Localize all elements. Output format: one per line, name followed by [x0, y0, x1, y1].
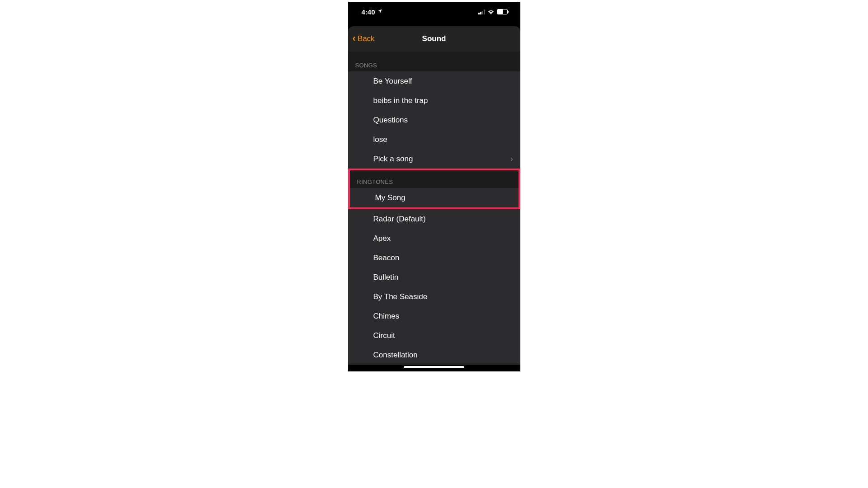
ringtone-label: Bulletin [373, 273, 399, 282]
ringtone-item[interactable]: Circuit [348, 326, 520, 345]
ringtone-label: Apex [373, 234, 391, 243]
phone-screen: 4:40 ‹ Back S [348, 2, 520, 371]
ringtone-my-song[interactable]: My Song [350, 188, 519, 207]
ringtone-label: My Song [375, 193, 406, 202]
page-title: Sound [422, 34, 446, 43]
home-indicator[interactable] [404, 366, 464, 368]
chevron-left-icon: ‹ [353, 33, 356, 44]
ringtone-label: By The Seaside [373, 292, 428, 301]
ringtone-item[interactable]: Bulletin [348, 267, 520, 287]
pick-a-song[interactable]: Pick a song › [348, 149, 520, 169]
wifi-icon [487, 8, 495, 16]
highlight-annotation: Ringtones My Song [348, 169, 520, 209]
ringtone-item[interactable]: Beacon [348, 248, 520, 267]
location-icon [377, 9, 382, 15]
ringtone-item[interactable]: Chimes [348, 306, 520, 326]
song-label: lose [373, 135, 387, 144]
chevron-right-icon: › [510, 155, 513, 163]
song-item[interactable]: beibs in the trap [348, 91, 520, 110]
ringtone-label: Circuit [373, 331, 395, 340]
song-label: Be Yourself [373, 77, 412, 86]
back-button[interactable]: ‹ Back [353, 33, 375, 44]
status-bar: 4:40 [348, 2, 520, 22]
songs-header: Songs [348, 52, 520, 71]
song-item[interactable]: lose [348, 130, 520, 149]
ringtone-item[interactable]: Constellation [348, 345, 520, 365]
songs-list: Be Yourself beibs in the trap Questions … [348, 71, 520, 169]
content: Songs Be Yourself beibs in the trap Ques… [348, 52, 520, 365]
cellular-signal-icon [478, 9, 485, 14]
status-left: 4:40 [362, 8, 382, 16]
status-right [478, 8, 508, 16]
song-label: Pick a song [373, 155, 413, 164]
ringtones-list: Radar (Default) Apex Beacon Bulletin By … [348, 209, 520, 365]
status-time: 4:40 [362, 8, 375, 16]
ringtone-label: Radar (Default) [373, 215, 426, 224]
song-item[interactable]: Questions [348, 110, 520, 130]
song-item[interactable]: Be Yourself [348, 71, 520, 91]
ringtone-item[interactable]: Apex [348, 229, 520, 248]
ringtone-label: Chimes [373, 312, 400, 321]
back-label: Back [358, 34, 375, 43]
ringtone-label: Constellation [373, 351, 418, 360]
battery-icon [497, 9, 508, 14]
song-label: beibs in the trap [373, 96, 428, 105]
song-label: Questions [373, 116, 408, 125]
ringtone-item[interactable]: Radar (Default) [348, 209, 520, 229]
ringtone-item[interactable]: By The Seaside [348, 287, 520, 306]
nav-bar: ‹ Back Sound [348, 26, 520, 52]
ringtones-header: Ringtones [350, 170, 519, 188]
ringtone-label: Beacon [373, 253, 400, 263]
